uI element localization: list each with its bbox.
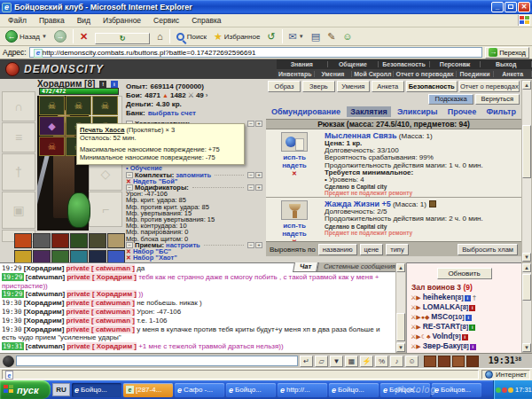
nav-link[interactable]: Поединки (457, 71, 495, 77)
equip-slot-icon[interactable]: ≡ (2, 122, 35, 153)
chat-input[interactable] (16, 356, 298, 366)
category-tab-Прочее[interactable]: Прочее (444, 106, 480, 117)
chat-scroll-down-icon[interactable]: ▼ (396, 343, 405, 352)
taskbar-button[interactable]: eБойцо... (226, 383, 276, 397)
quick-item-icon[interactable] (14, 233, 32, 248)
tray-icon-red[interactable] (502, 387, 507, 393)
tray-icon-green[interactable] (496, 387, 501, 393)
chat-sender[interactable]: [Хорадрим] (22, 299, 66, 307)
start-button[interactable]: пуск (0, 380, 51, 399)
trash-button[interactable]: Выбросить хлам (458, 244, 518, 255)
room-scroll-thumb[interactable] (522, 274, 531, 301)
remove-icon[interactable]: ✕ (126, 254, 131, 261)
equip-slot-icon[interactable]: † (2, 153, 35, 191)
taskbar-button[interactable]: eБойцо... (329, 383, 379, 397)
remove-icon[interactable]: ✕ (126, 248, 131, 254)
chat-sender[interactable]: [Хорадрим] (22, 264, 66, 272)
menu-item[interactable]: Вид (71, 15, 97, 26)
menu-item[interactable]: Избранное (97, 15, 147, 26)
user-info-icon[interactable]: i (466, 315, 472, 321)
plus-icon[interactable]: + (255, 172, 262, 178)
sort-by-button[interactable]: цене (360, 244, 384, 255)
sort-by-button[interactable]: названию (318, 244, 357, 255)
minus-icon[interactable]: − (247, 184, 254, 191)
keyboard-button[interactable]: ▦ (345, 356, 358, 367)
collapse-icon[interactable]: − (126, 242, 133, 248)
scroll-down-icon[interactable]: ▼ (522, 253, 531, 262)
quick-item-icon[interactable] (89, 233, 106, 248)
user-name[interactable]: Volnd (433, 332, 453, 340)
room-scrollbar[interactable]: ▲ ▼ (521, 262, 532, 353)
chat-sender[interactable]: [catwuman] (24, 273, 67, 281)
menu-item[interactable]: Сервис (147, 15, 185, 26)
attack-icons[interactable]: ⚔▶ (411, 324, 421, 330)
favorites-button[interactable]: ★ Избранное (211, 28, 262, 44)
chat-sender[interactable]: [Хорадрим] (22, 317, 66, 325)
tab-Отчет о переводах[interactable]: Отчет о переводах (459, 81, 520, 92)
chat-tool-icon[interactable] (452, 356, 465, 367)
mail-button[interactable]: ✉▼ (286, 28, 307, 44)
equip-slot-icon[interactable]: ∩ (2, 91, 35, 121)
main-scrollbar[interactable]: ▲ ▼ (521, 80, 532, 262)
user-info-icon[interactable]: i (469, 305, 475, 311)
runner-button[interactable]: ⚡ (360, 356, 373, 367)
bank-select-link[interactable]: выбрать счет (148, 109, 196, 117)
user-info-icon[interactable]: i (469, 325, 475, 331)
tab-Анкета[interactable]: Анкета (372, 81, 404, 92)
plus-icon[interactable]: + (255, 242, 262, 248)
set-link[interactable]: Набор "Хаот" (133, 254, 177, 261)
scroll-thumb[interactable] (522, 125, 531, 178)
user-info-icon[interactable]: i (470, 344, 476, 350)
menu-item[interactable]: Справка (185, 15, 227, 26)
return-button[interactable]: Вернуться (475, 94, 520, 105)
plus-icon[interactable]: + (255, 184, 262, 191)
taskbar-button[interactable]: eБойцов... (432, 383, 481, 397)
attack-icons[interactable]: ⚔▶ (411, 304, 421, 310)
nav-link[interactable]: Умения (315, 71, 353, 77)
equip-slot-icon[interactable]: ▣ (2, 192, 35, 229)
attack-icons[interactable]: ⚔▶☾♣ (411, 333, 431, 340)
char-info-icon[interactable]: i (111, 81, 118, 88)
minus-icon[interactable]: − (247, 121, 254, 127)
sort-by-button[interactable]: типу (386, 244, 408, 255)
stop-button[interactable]: ✕ (77, 28, 90, 44)
category-tab-Обмундирование[interactable]: Обмундирование (268, 106, 344, 117)
category-tab-Эликсиры[interactable]: Эликсиры (394, 106, 442, 117)
taskbar-button[interactable]: eСафо -... (175, 383, 224, 397)
nav-link[interactable]: Отчет о переводах (394, 71, 456, 77)
tab-Умения[interactable]: Умения (337, 81, 370, 92)
eraser-button[interactable]: ▱ (315, 356, 328, 367)
discard-icon[interactable]: ✕ (292, 170, 297, 176)
menu-item[interactable]: Файл (2, 15, 33, 26)
quick-item-icon[interactable] (70, 233, 88, 248)
back-button[interactable]: ← Назад ▼ (3, 28, 50, 44)
restore-button[interactable] (505, 2, 517, 12)
back-dropdown-icon[interactable]: ▼ (42, 34, 47, 39)
attack-icons[interactable]: ⚔▶ (411, 343, 421, 349)
smiley-button[interactable]: ☺ (405, 356, 419, 367)
hint-button[interactable]: Подсказка (428, 94, 473, 105)
user-name[interactable]: Звер-Баку (423, 341, 461, 350)
minus-icon[interactable]: − (247, 242, 254, 248)
nav-link[interactable]: Выход (481, 61, 532, 67)
nav-link[interactable]: Инвентарь (277, 71, 315, 77)
use-link[interactable]: исп-ть (266, 153, 323, 161)
attack-icons[interactable]: ⚔▶●◆ (411, 314, 429, 320)
nav-link[interactable]: Персонаж (430, 61, 481, 67)
chat-tool-icon[interactable] (438, 356, 450, 367)
chat-scroll-up-icon[interactable]: ▲ (396, 263, 405, 272)
attack-icons[interactable]: ⚔▶ (411, 294, 421, 301)
plus-icon[interactable]: + (255, 121, 262, 127)
nav-link[interactable]: Знания (277, 61, 328, 67)
refresh-button[interactable]: ↻ (92, 28, 153, 44)
minus-icon[interactable]: − (247, 172, 254, 178)
user-name[interactable]: LOMALKA (423, 302, 461, 311)
enter-button[interactable]: ↵ (300, 356, 313, 367)
quick-item-icon[interactable] (51, 233, 69, 248)
address-input[interactable] (29, 47, 483, 58)
wear-link[interactable]: надеть (266, 230, 323, 238)
remove-icon[interactable]: ✕ (126, 178, 131, 184)
use-link[interactable]: исп-ть (266, 222, 323, 230)
chat-sender[interactable]: [catwuman] (24, 342, 67, 350)
room-scroll-down-icon[interactable]: ▼ (522, 343, 531, 352)
